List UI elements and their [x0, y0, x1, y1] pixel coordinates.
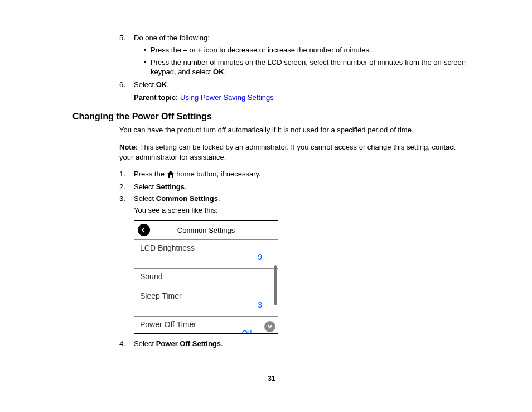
screen-header: Common Settings [134, 221, 278, 240]
parent-topic: Parent topic: Using Power Saving Setting… [119, 93, 471, 102]
step-6-num: 6. [119, 80, 125, 89]
step-5-num: 5. [119, 33, 125, 42]
step-5-bullet-1: Press the – or + icon to decrease or inc… [144, 45, 471, 55]
step-2: 2. Select Settings. [119, 183, 471, 191]
back-icon[interactable] [138, 224, 150, 236]
parent-topic-link[interactable]: Using Power Saving Settings [180, 93, 274, 102]
step-4: 4. Select Power Off Settings. [119, 339, 471, 348]
page-number: 31 [72, 375, 471, 382]
row-sound[interactable]: Sound [134, 269, 278, 288]
note: Note: This setting can be locked by an a… [119, 142, 471, 162]
section-heading: Changing the Power Off Settings [72, 112, 471, 122]
step-6: 6. Select OK. [119, 80, 471, 89]
intro-text: You can have the product turn off automa… [119, 125, 471, 135]
screen-title: Common Settings [177, 226, 235, 234]
row-lcd-brightness[interactable]: LCD Brightness 9 [134, 240, 278, 269]
step-5-bullet-2: Press the number of minutes on the LCD s… [144, 58, 471, 77]
lcd-screenshot: Common Settings LCD Brightness 9 Sound S… [134, 220, 278, 334]
home-icon [167, 171, 175, 179]
step-5-text: Do one of the following: [134, 33, 210, 42]
chevron-down-icon[interactable] [264, 321, 275, 332]
step-5: 5. Do one of the following: Press the – … [119, 33, 471, 77]
row-sleep-timer[interactable]: Sleep Timer 3 [134, 288, 278, 317]
step-1: 1. Press the home button, if necessary. [119, 170, 471, 179]
row-power-off-timer[interactable]: Power Off Timer Off [134, 317, 278, 333]
minus-icon: – [183, 46, 187, 54]
step-3: 3. Select Common Settings. You see a scr… [119, 194, 471, 214]
step-3-sub: You see a screen like this: [134, 206, 471, 214]
